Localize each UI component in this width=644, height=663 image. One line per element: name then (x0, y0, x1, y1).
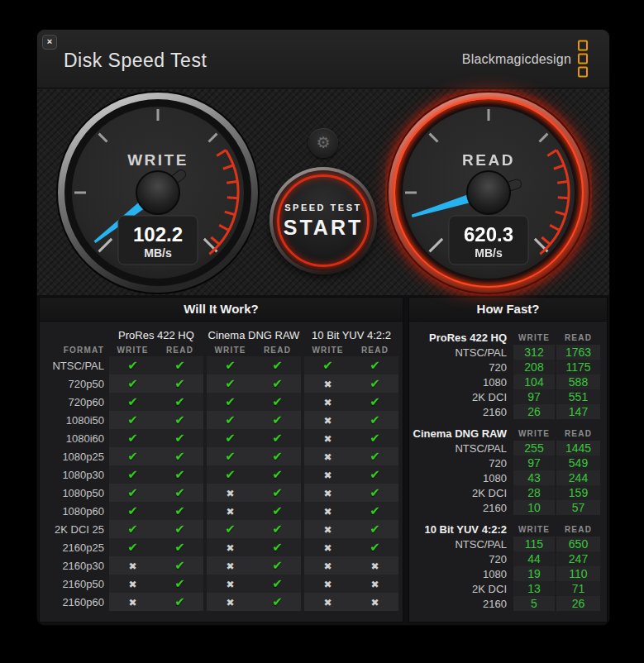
check-icon: ✔ (225, 358, 236, 372)
check-mark-cell: ✔ (254, 447, 301, 465)
will-it-work-title: Will It Work? (40, 298, 403, 322)
check-icon: ✔ (174, 522, 185, 536)
write-needle-hub (136, 171, 179, 214)
check-icon: ✔ (370, 376, 380, 390)
cross-icon: ✖ (226, 542, 234, 554)
check-icon: ✔ (272, 540, 283, 554)
table-row: NTSC/PAL115650 (413, 537, 600, 551)
cross-icon: ✖ (323, 579, 332, 590)
check-mark-cell: ✔ (109, 520, 156, 538)
check-icon: ✔ (127, 503, 138, 518)
format-label: 720p60 (40, 396, 109, 408)
hf-section-header: 10 Bit YUV 4:2:2WRITEREAD (413, 522, 600, 537)
read-fps-value: 26 (556, 596, 600, 611)
gauge-area: WRITE 102.2 MB/s ⚙ SPEED TEST START (37, 88, 609, 295)
wiw-sub-headers: FORMAT WRITE READ WRITE READ WRITE READ (40, 343, 403, 356)
brand-logo-icon (578, 41, 588, 78)
table-row: NTSC/PAL2551445 (413, 441, 600, 456)
write-value-box: 102.2 MB/s (118, 216, 198, 265)
read-column-header: READ (556, 333, 600, 342)
check-mark-cell: ✔ (156, 374, 203, 393)
check-mark-cell: ✔ (207, 520, 254, 538)
write-column-header: WRITE (513, 333, 555, 342)
brand-name: Blackmagicdesign (462, 51, 571, 66)
check-mark-cell: ✔ (254, 374, 301, 393)
table-row: 72097549 (413, 456, 600, 470)
format-label: 1080p50 (40, 487, 109, 499)
check-mark-cell: ✔ (351, 374, 398, 393)
write-column-header: WRITE (513, 525, 555, 534)
check-mark-cell: ✔ (351, 429, 398, 447)
check-mark-cell: ✔ (156, 447, 203, 465)
cross-mark-cell: ✖ (304, 575, 351, 593)
check-icon: ✔ (127, 485, 138, 499)
cross-mark-cell: ✖ (304, 429, 351, 447)
check-icon: ✔ (272, 449, 283, 463)
read-fps-value: 244 (556, 470, 600, 485)
cross-icon: ✖ (323, 597, 332, 608)
format-label: 1080i60 (40, 432, 109, 445)
check-icon: ✔ (370, 522, 380, 536)
write-fps-value: 10 (513, 500, 555, 515)
check-mark-cell: ✔ (351, 538, 398, 556)
write-fps-value: 104 (513, 374, 555, 389)
check-mark-cell: ✔ (109, 374, 156, 393)
codec-header: ProRes 422 HQ (413, 332, 512, 344)
check-mark-cell: ✔ (109, 538, 156, 556)
settings-button[interactable]: ⚙ (308, 128, 338, 158)
cross-mark-cell: ✖ (304, 411, 351, 429)
cross-icon: ✖ (323, 542, 332, 554)
check-mark-cell: ✔ (156, 575, 203, 593)
table-row: 2K DCI1371 (413, 581, 600, 596)
check-icon: ✔ (174, 376, 185, 390)
write-fps-value: 97 (513, 456, 555, 470)
cross-mark-cell: ✖ (304, 447, 351, 465)
check-mark-cell: ✔ (254, 465, 301, 484)
cross-icon: ✖ (128, 560, 136, 572)
table-row: 2K DCI28159 (413, 485, 600, 500)
check-mark-cell: ✔ (156, 465, 203, 484)
check-mark-cell: ✔ (207, 374, 254, 393)
speed-test-start-button[interactable]: SPEED TEST START (270, 167, 377, 274)
hf-sections: ProRes 422 HQWRITEREADNTSC/PAL3121763720… (409, 322, 607, 611)
gear-icon: ⚙ (316, 134, 330, 151)
check-icon: ✔ (174, 467, 185, 481)
cross-mark-cell: ✖ (109, 593, 156, 611)
how-fast-title: How Fast? (409, 298, 607, 322)
write-column-header: WRITE (304, 346, 351, 355)
cross-mark-cell: ✖ (351, 593, 398, 611)
format-label: 2160p50 (40, 578, 109, 590)
write-gauge-label: WRITE (127, 151, 188, 169)
check-mark-cell: ✔ (207, 465, 254, 484)
table-row: 720p60✔✔✔✔✖✔ (40, 393, 403, 411)
format-label: 1080 (413, 568, 512, 580)
close-button[interactable]: × (42, 35, 57, 50)
check-icon: ✔ (127, 358, 138, 372)
check-icon: ✔ (272, 358, 283, 372)
check-icon: ✔ (272, 376, 283, 390)
read-speed-unit: MB/s (475, 246, 503, 260)
check-icon: ✔ (272, 413, 283, 427)
cross-mark-cell: ✖ (207, 593, 254, 611)
check-mark-cell: ✔ (254, 356, 301, 374)
format-label: 720 (413, 361, 512, 374)
titlebar: × Disk Speed Test Blackmagicdesign (37, 30, 609, 88)
table-row: 2160p30✖✔✖✔✖✖ (40, 556, 403, 575)
cross-mark-cell: ✖ (207, 538, 254, 556)
read-fps-value: 1763 (556, 345, 600, 360)
cross-icon: ✖ (323, 506, 332, 518)
format-label: 2160 (413, 598, 512, 610)
format-label: 1080p25 (40, 451, 109, 463)
read-fps-value: 71 (556, 581, 600, 596)
format-label: 2160p60 (40, 596, 109, 608)
table-row: 1080i50✔✔✔✔✖✔ (40, 411, 403, 429)
format-label: NTSC/PAL (413, 346, 512, 359)
table-row: NTSC/PAL3121763 (413, 345, 600, 360)
cross-icon: ✖ (370, 579, 379, 590)
format-label: NTSC/PAL (40, 360, 109, 372)
write-fps-value: 208 (513, 360, 555, 374)
check-icon: ✔ (127, 413, 138, 427)
format-label: 1080 (413, 472, 512, 484)
check-mark-cell: ✔ (254, 520, 301, 538)
cross-icon: ✖ (226, 597, 234, 608)
